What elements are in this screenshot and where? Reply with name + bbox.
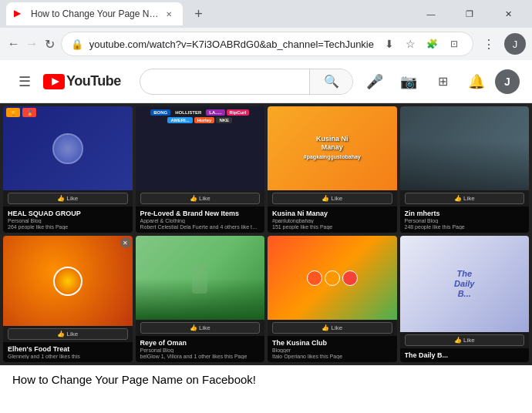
fb-card-2-sub: Apparel & Clothing: [140, 218, 261, 223]
fb-card-5-footer: Elhen's Food Treat Glennely and 1 other …: [3, 342, 133, 362]
fb-card-6-img: [136, 236, 265, 320]
extension-icon[interactable]: 🧩: [423, 35, 442, 53]
fb-card-3-likes: 151 people like this Page: [272, 224, 392, 230]
refresh-button[interactable]: ↻: [42, 32, 58, 56]
fb-card-8-img: TheDailyB...: [400, 236, 530, 332]
nav-right-icons: ⋮ J: [476, 32, 526, 56]
fb-card-5-close[interactable]: ✕: [120, 237, 131, 248]
cast-icon[interactable]: ⊡: [445, 35, 463, 53]
fb-card-7-footer: The Kusina Club Blogger Italo Operiano l…: [268, 336, 397, 362]
fb-card-1-img: 🏆 🏅: [3, 106, 133, 190]
fb-card-4-likes: 248 people like this Page: [405, 224, 525, 230]
fb-card-8-like[interactable]: 👍 Like: [405, 334, 525, 346]
fb-card-4-name: Zin mherts: [405, 210, 525, 217]
maximize-button[interactable]: ❐: [452, 2, 487, 25]
fb-card-2: BONG HOLLISTER LA..... RipCurl AMERI... …: [136, 106, 265, 233]
video-thumbnail: 🏆 🏅 👍 Like HEAL SQUAD GROUP Personal Blo…: [0, 103, 532, 365]
fb-card-6-sub: Personal Blog: [140, 348, 261, 353]
close-button[interactable]: ✕: [490, 2, 526, 25]
fb-card-7-img: [268, 236, 397, 320]
youtube-right-icons: 🎤 📷 ⊞ 🔔 J: [359, 66, 520, 97]
fb-card-7-name: The Kusina Club: [272, 339, 392, 347]
youtube-apps-button[interactable]: ⊞: [427, 66, 458, 97]
star-icon[interactable]: ☆: [402, 35, 420, 53]
fb-card-5-like[interactable]: 👍 Like: [8, 328, 128, 340]
fb-card-8-footer: The Daily B...: [400, 348, 530, 362]
fb-card-1-likes: 264 people like this Page: [8, 224, 128, 230]
facebook-cards-grid: 🏆 🏅 👍 Like HEAL SQUAD GROUP Personal Blo…: [0, 103, 532, 365]
fb-card-2-like[interactable]: 👍 Like: [140, 193, 261, 204]
fb-card-5-img: [3, 236, 133, 326]
fb-card-3: Kusina NiManay#pagkainggustobahay 👍 Like…: [268, 106, 397, 233]
fb-card-6: 👍 Like Reye of Oman Personal Blog belGlo…: [136, 236, 265, 362]
fb-card-4: 👍 Like Zin mherts Personal Blog 248 peop…: [400, 106, 530, 233]
video-area: 🏆 🏅 👍 Like HEAL SQUAD GROUP Personal Blo…: [0, 103, 532, 413]
back-button[interactable]: ←: [6, 32, 22, 56]
fb-card-6-like[interactable]: 👍 Like: [140, 322, 261, 334]
fb-card-7-sub: Blogger: [272, 348, 392, 353]
fb-card-1-sub: Personal Blog: [8, 218, 128, 223]
youtube-search-form[interactable]: 🔍: [140, 69, 353, 95]
browser-menu-button[interactable]: ⋮: [476, 32, 501, 56]
fb-card-1-like[interactable]: 👍 Like: [8, 193, 128, 204]
forward-button[interactable]: →: [25, 32, 40, 56]
fb-card-7-like[interactable]: 👍 Like: [272, 322, 392, 334]
fb-card-7-likes: Italo Operiano likes this Page: [272, 354, 392, 359]
fb-card-8-cursive-text: TheDailyB...: [454, 269, 474, 300]
youtube-menu-icon[interactable]: ☰: [12, 67, 37, 96]
url-text: youtube.com/watch?v=K7i3OABRdG0&ab_chann…: [89, 39, 374, 50]
fb-card-7: 👍 Like The Kusina Club Blogger Italo Ope…: [268, 236, 397, 362]
fb-card-3-sub: #panlutongbahay: [272, 218, 392, 223]
youtube-bell-button[interactable]: 🔔: [461, 66, 492, 97]
fb-card-1-footer: HEAL SQUAD GROUP Personal Blog 264 peopl…: [3, 206, 133, 233]
fb-card-6-footer: Reye of Oman Personal Blog belGlow 1, Vi…: [136, 336, 265, 362]
browser-frame: ▶ How to Change Your Page N… ✕ + — ❐ ✕ ←…: [0, 0, 532, 413]
fb-card-5-name: Elhen's Food Treat: [8, 345, 128, 353]
window-controls: — ❐ ✕: [413, 2, 526, 25]
youtube-logo-svg: [43, 74, 65, 89]
youtube-app-bar: ☰ YouTube 🔍 🎤 📷 ⊞ 🔔 J: [0, 60, 532, 103]
tab-close-button[interactable]: ✕: [163, 8, 175, 20]
youtube-mic-button[interactable]: 🎤: [359, 66, 390, 97]
fb-card-8: TheDailyB... 👍 Like The Daily B...: [400, 236, 530, 362]
fb-card-6-likes: belGlow 1, Villora and 1 other likes thi…: [140, 354, 261, 359]
fb-card-4-like[interactable]: 👍 Like: [405, 193, 525, 204]
fb-card-4-img: [400, 106, 530, 190]
video-info: How to Change Your Page Name on Facebook…: [0, 365, 532, 391]
fb-card-2-likes: Robert Celestial Dela Fuerte and 4 other…: [140, 224, 261, 230]
tab-favicon: ▶: [14, 8, 26, 20]
fb-card-4-footer: Zin mherts Personal Blog 248 people like…: [400, 206, 530, 233]
address-bar[interactable]: 🔒 youtube.com/watch?v=K7i3OABRdG0&ab_cha…: [61, 32, 473, 56]
fb-card-3-name: Kusina Ni Manay: [272, 210, 392, 217]
fb-card-2-img: BONG HOLLISTER LA..... RipCurl AMERI... …: [136, 106, 265, 190]
browser-tab[interactable]: ▶ How to Change Your Page N… ✕: [6, 2, 183, 25]
youtube-profile-avatar[interactable]: J: [495, 69, 520, 94]
fb-card-4-sub: Personal Blog: [405, 218, 525, 223]
minimize-button[interactable]: —: [413, 2, 449, 25]
title-bar: ▶ How to Change Your Page N… ✕ + — ❐ ✕: [0, 0, 532, 28]
youtube-search-button[interactable]: 🔍: [309, 69, 352, 95]
fb-card-3-like[interactable]: 👍 Like: [272, 193, 392, 204]
fb-card-3-footer: Kusina Ni Manay #panlutongbahay 151 peop…: [268, 206, 397, 233]
address-icons: ⬇ ☆ 🧩 ⊡: [380, 35, 463, 53]
nav-bar: ← → ↻ 🔒 youtube.com/watch?v=K7i3OABRdG0&…: [0, 28, 532, 60]
fb-card-6-name: Reye of Oman: [140, 339, 261, 347]
fb-card-5-likes: Glennely and 1 other likes this: [8, 354, 128, 359]
fb-card-2-name: Pre-Loved & Brand New Items: [140, 210, 261, 217]
youtube-search-input[interactable]: [140, 69, 309, 94]
fb-card-1: 🏆 🏅 👍 Like HEAL SQUAD GROUP Personal Blo…: [3, 106, 133, 233]
tab-title: How to Change Your Page N…: [31, 8, 158, 19]
fb-card-1-name: HEAL SQUAD GROUP: [8, 210, 128, 217]
fb-card-8-name: The Daily B...: [405, 351, 525, 359]
fb-card-5: ✕ 👍 Like Elhen's Food Treat Glennely and…: [3, 236, 133, 362]
video-title: How to Change Your Page Name on Facebook…: [12, 371, 520, 388]
browser-profile-avatar[interactable]: J: [504, 33, 526, 55]
new-tab-button[interactable]: +: [187, 3, 209, 25]
youtube-logo[interactable]: YouTube: [43, 73, 121, 89]
lock-icon: 🔒: [71, 39, 83, 50]
youtube-camera-button[interactable]: 📷: [393, 66, 424, 97]
fb-card-2-footer: Pre-Loved & Brand New Items Apparel & Cl…: [136, 206, 265, 233]
search-icon: 🔍: [324, 74, 339, 89]
fb-card-3-text: Kusina NiManay#pagkainggustobahay: [301, 132, 364, 165]
download-icon[interactable]: ⬇: [380, 35, 399, 53]
